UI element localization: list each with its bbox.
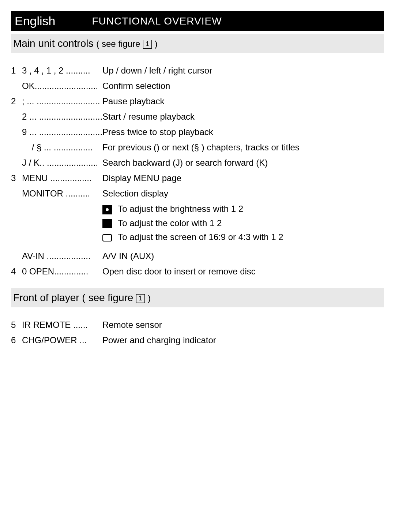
section-title: Main unit controls (13, 38, 93, 49)
item-desc: Power and charging indicator (102, 335, 384, 345)
section-title: Front of player ( see figure (13, 292, 133, 303)
item-desc: Remote sensor (102, 320, 384, 330)
section-close: ) (155, 39, 158, 49)
list-item: 3 MENU ................. Display MENU pa… (11, 173, 384, 183)
front-player-list: 5 IR REMOTE ...... Remote sensor 6 CHG/P… (11, 307, 384, 354)
list-item: / § ... ................ For previous ()… (11, 142, 384, 153)
list-item: 9 ... .......................... Press t… (11, 127, 384, 137)
item-label: ; ... .......................... (22, 96, 102, 106)
item-desc: Display MENU page (102, 173, 384, 183)
list-item: 2 ... .......................... Start /… (11, 112, 384, 122)
item-label: AV-IN .................. (22, 251, 102, 261)
figure-ref: 1 (136, 294, 145, 303)
item-label: OK.......................... (22, 81, 102, 91)
item-desc: Selection display (102, 188, 384, 199)
item-label: IR REMOTE ...... (22, 320, 102, 330)
item-label: J / K.. ..................... (22, 158, 102, 168)
monitor-text: To adjust the brightness with 1 2 (118, 204, 243, 214)
brightness-icon (102, 205, 112, 214)
section-close: ) (148, 293, 151, 303)
item-desc: Start / resume playback (102, 112, 384, 122)
item-label: / § ... ................ (22, 142, 102, 153)
monitor-option: To adjust the screen of 16:9 or 4:3 with… (102, 232, 384, 242)
section-subtitle: ( see figure (96, 39, 140, 49)
header-language: English (15, 14, 56, 28)
figure-ref: 1 (143, 40, 152, 49)
item-desc: Press twice to stop playback (102, 127, 384, 137)
section-front-of-player: Front of player ( see figure 1 ) (11, 288, 384, 307)
item-desc: Up / down / left / right cursor (102, 65, 384, 76)
item-label: MONITOR .......... (22, 188, 102, 199)
item-number: 3 (11, 173, 22, 183)
section-main-unit-controls: Main unit controls ( see figure 1 ) (11, 34, 384, 53)
monitor-option: To adjust the brightness with 1 2 (102, 204, 384, 214)
item-number: 1 (11, 65, 22, 76)
item-number: 4 (11, 266, 22, 277)
item-desc: Pause playback (102, 96, 384, 106)
item-desc: For previous () or next (§ ) chapters, t… (102, 142, 384, 153)
color-icon (102, 219, 112, 228)
list-item: 6 CHG/POWER ... Power and charging indic… (11, 335, 384, 345)
aspect-icon (102, 234, 112, 241)
item-desc: Confirm selection (102, 81, 384, 91)
item-label: CHG/POWER ... (22, 335, 102, 345)
list-item: MONITOR .......... Selection display (11, 188, 384, 199)
item-number: 2 (11, 96, 22, 106)
item-desc: Open disc door to insert or remove disc (102, 266, 384, 277)
item-label: 2 ... .......................... (22, 112, 102, 122)
list-item: 1 3 , 4 , 1 , 2 .......... Up / down / l… (11, 65, 384, 76)
header-bar: English FUNCTIONAL OVERVIEW (11, 11, 384, 31)
header-title: FUNCTIONAL OVERVIEW (92, 15, 222, 27)
item-desc: A/V IN (AUX) (102, 251, 384, 261)
monitor-option: To adjust the color with 1 2 (102, 218, 384, 229)
item-label: 0 OPEN.............. (22, 266, 102, 277)
item-desc: Search backward (J) or search forward (K… (102, 158, 384, 168)
item-number: 5 (11, 320, 22, 330)
monitor-text: To adjust the screen of 16:9 or 4:3 with… (118, 232, 283, 242)
list-item: 5 IR REMOTE ...... Remote sensor (11, 320, 384, 330)
item-label: 3 , 4 , 1 , 2 .......... (22, 65, 102, 76)
list-item: AV-IN .................. A/V IN (AUX) (11, 251, 384, 261)
list-item: OK.......................... Confirm sel… (11, 81, 384, 91)
list-item: J / K.. ..................... Search bac… (11, 158, 384, 168)
item-label: 9 ... .......................... (22, 127, 102, 137)
main-controls-list: 1 3 , 4 , 1 , 2 .......... Up / down / l… (11, 53, 384, 285)
item-number: 6 (11, 335, 22, 345)
list-item: 4 0 OPEN.............. Open disc door to… (11, 266, 384, 277)
list-item: 2 ; ... .......................... Pause… (11, 96, 384, 106)
item-label: MENU ................. (22, 173, 102, 183)
monitor-text: To adjust the color with 1 2 (118, 218, 222, 228)
